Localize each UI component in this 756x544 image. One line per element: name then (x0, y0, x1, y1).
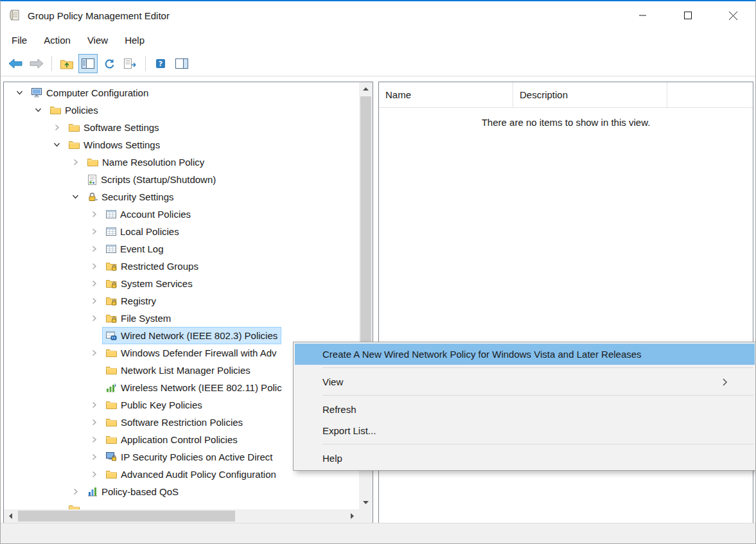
context-menu-item[interactable]: Help (295, 448, 755, 469)
tree-item-body[interactable]: Software Settings (66, 119, 163, 136)
chevron-collapsed-icon[interactable] (85, 297, 103, 304)
tree-item-body[interactable]: IP Security Policies on Active Direct (103, 449, 276, 465)
chevron-collapsed-icon[interactable] (85, 211, 103, 218)
chevron-expanded-icon[interactable] (48, 141, 66, 148)
tree-item[interactable]: Software Settings (4, 119, 359, 136)
chevron-collapsed-icon[interactable] (85, 471, 103, 478)
scroll-down-button[interactable] (359, 496, 373, 509)
tree-item-body[interactable]: Wireless Network (IEEE 802.11) Polic (103, 380, 285, 396)
maximize-icon (684, 12, 692, 19)
forward-button[interactable] (27, 54, 46, 73)
tree-item-body[interactable]: Computer Configuration (28, 85, 152, 101)
chevron-expanded-icon[interactable] (66, 193, 84, 200)
tree-item[interactable]: Scripts (Startup/Shutdown) (4, 171, 359, 188)
scroll-left-button[interactable] (4, 509, 17, 523)
tree-item-body[interactable]: Policies (47, 102, 101, 118)
tree-item-body[interactable]: Windows Defender Firewall with Adv (103, 345, 280, 361)
chevron-collapsed-icon[interactable] (85, 245, 103, 252)
tree-item[interactable]: Policy-based QoS (4, 483, 359, 500)
tree-item-body[interactable] (66, 501, 87, 509)
tree-item-body[interactable]: System Services (103, 276, 196, 292)
tree-item-body[interactable]: Registry (103, 293, 159, 309)
tree-item[interactable]: Registry (4, 292, 359, 310)
chevron-collapsed-icon[interactable] (85, 419, 103, 426)
back-button[interactable] (6, 54, 25, 73)
chevron-collapsed-icon[interactable] (85, 263, 103, 270)
menu-action[interactable]: Action (35, 30, 79, 51)
tree-item-body[interactable]: Software Restriction Policies (103, 414, 246, 430)
chevron-collapsed-icon[interactable] (85, 315, 103, 322)
tree-item-body[interactable]: Restricted Groups (103, 258, 202, 274)
tree-item[interactable]: Account Policies (4, 206, 359, 223)
tree-item-label: Local Policies (120, 226, 179, 237)
menu-view[interactable]: View (79, 30, 116, 51)
tree-item[interactable]: Windows Settings (4, 136, 359, 154)
tree-item[interactable]: Restricted Groups (4, 258, 359, 275)
help-button[interactable]: ? (151, 54, 170, 73)
chevron-collapsed-icon[interactable] (85, 453, 103, 461)
locked-folder-icon (106, 314, 117, 323)
horizontal-scroll-thumb[interactable] (18, 511, 235, 522)
tree-item-body[interactable]: Name Resolution Policy (84, 154, 207, 170)
chevron-collapsed-icon[interactable] (48, 124, 66, 131)
scroll-right-button[interactable] (346, 509, 359, 523)
tree-item-body[interactable]: File System (103, 310, 174, 326)
console-tree-toggle-button[interactable] (78, 54, 98, 73)
scroll-up-button[interactable] (359, 82, 373, 96)
svg-text:?: ? (159, 60, 163, 68)
column-header-description[interactable]: Description (513, 82, 667, 107)
tree-item[interactable]: Event Log (4, 240, 359, 258)
policy-table-icon (106, 244, 116, 254)
maximize-button[interactable] (665, 1, 710, 30)
tree-item[interactable]: Computer Configuration (4, 84, 359, 101)
context-menu-item-label: Create A New Wired Network Policy for Wi… (322, 349, 642, 360)
tree-item[interactable]: System Services (4, 275, 359, 292)
chevron-expanded-icon[interactable] (29, 107, 47, 114)
tree-item-label: Windows Defender Firewall with Adv (121, 347, 277, 358)
help-icon: ? (155, 58, 166, 69)
tree-item[interactable]: Security Settings (4, 188, 359, 206)
tree-item[interactable]: Policies (4, 101, 359, 119)
chevron-expanded-icon[interactable] (10, 89, 28, 96)
tree-item[interactable]: Name Resolution Policy (4, 154, 359, 171)
chevron-collapsed-icon[interactable] (85, 228, 103, 235)
refresh-button[interactable] (100, 54, 119, 73)
tree-item-body[interactable]: Network List Manager Policies (103, 362, 254, 378)
column-header-name[interactable]: Name (379, 82, 513, 107)
export-list-button[interactable] (121, 54, 140, 73)
tree-item-body[interactable]: Account Policies (103, 206, 194, 222)
chevron-collapsed-icon[interactable] (85, 436, 103, 443)
tree-item[interactable]: File System (4, 310, 359, 327)
tree-item-body[interactable]: Local Policies (103, 224, 182, 240)
minimize-button[interactable] (620, 1, 665, 30)
tree-item-body[interactable]: Advanced Audit Policy Configuration (103, 466, 279, 482)
tree-item-body[interactable]: Security Settings (84, 189, 177, 205)
tree-item-body[interactable]: Wired Network (IEEE 802.3) Policies (103, 328, 281, 344)
chevron-collapsed-icon[interactable] (85, 349, 103, 356)
tree-item-body[interactable]: Event Log (103, 241, 167, 257)
tree-item[interactable] (4, 500, 359, 509)
tree-item-body[interactable]: Application Control Policies (103, 432, 241, 448)
tree-item-label: Policies (65, 105, 98, 116)
context-menu-item[interactable]: Refresh (295, 399, 755, 420)
chevron-collapsed-icon[interactable] (66, 488, 84, 495)
context-menu-item[interactable]: Create A New Wired Network Policy for Wi… (295, 344, 755, 365)
menu-help[interactable]: Help (116, 30, 153, 51)
close-button[interactable] (710, 1, 755, 30)
action-pane-toggle-button[interactable] (172, 54, 191, 73)
chevron-collapsed-icon[interactable] (85, 401, 103, 408)
folder-icon (69, 141, 80, 149)
tree-item-body[interactable]: Policy-based QoS (84, 484, 182, 500)
tree-item-body[interactable]: Scripts (Startup/Shutdown) (84, 171, 219, 188)
context-menu-item[interactable]: Export List... (295, 420, 755, 441)
up-one-level-button[interactable] (57, 54, 76, 73)
chevron-collapsed-icon[interactable] (66, 159, 84, 166)
context-menu: Create A New Wired Network Policy for Wi… (293, 342, 756, 471)
context-menu-item[interactable]: View (295, 371, 755, 392)
tree-item-body[interactable]: Public Key Policies (103, 397, 206, 413)
tree-horizontal-scrollbar[interactable] (4, 509, 359, 523)
tree-item-body[interactable]: Windows Settings (66, 137, 163, 153)
chevron-collapsed-icon[interactable] (85, 280, 103, 287)
tree-item[interactable]: Local Policies (4, 223, 359, 240)
menu-file[interactable]: File (3, 30, 35, 51)
